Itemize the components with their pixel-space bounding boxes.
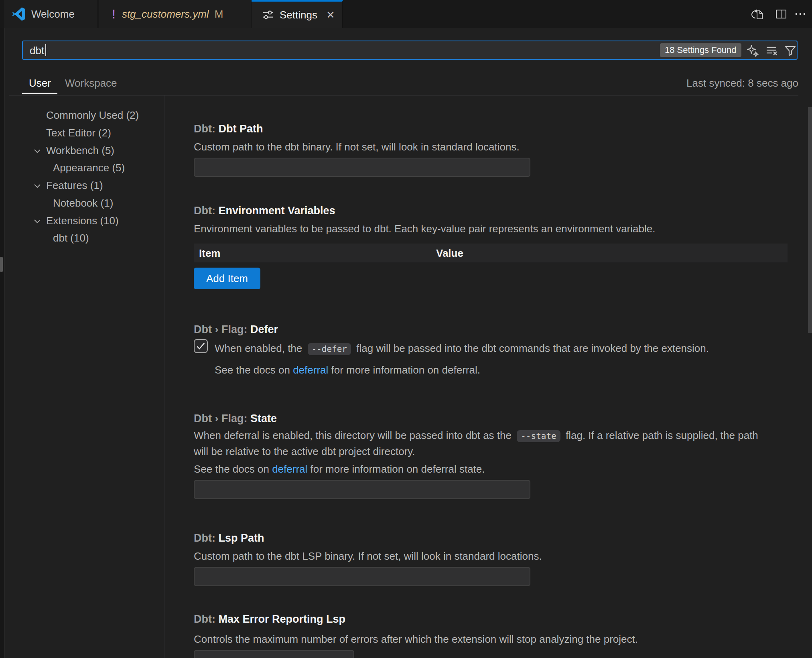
lsp-path-input[interactable] [194, 567, 530, 586]
setting-name: Dbt Path [218, 123, 263, 135]
window-left-edge-line [4, 0, 5, 658]
state-description: When deferral is enabled, this directory… [194, 428, 758, 459]
setting-category: Dbt › Flag: [194, 323, 250, 335]
setting-title-max-error: Dbt: Max Error Reporting Lsp [194, 613, 345, 626]
window-left-edge [0, 0, 4, 658]
setting-category: Dbt: [194, 123, 218, 135]
setting-name: State [250, 412, 277, 424]
settings-search-input[interactable]: dbt 18 Settings Found [22, 41, 798, 60]
dbt-path-input[interactable] [194, 158, 530, 177]
setting-desc-max-error: Controls the maximum number of errors af… [194, 632, 638, 647]
text-caret [45, 44, 46, 56]
deferral-doc-link[interactable]: deferral [293, 364, 328, 376]
deferral-doc-link[interactable]: deferral [272, 463, 307, 475]
setting-category: Dbt: [194, 532, 218, 544]
yaml-file-icon: ! [112, 7, 116, 22]
setting-title-dbt-path: Dbt: Dbt Path [194, 123, 263, 135]
search-value: dbt [30, 45, 44, 57]
scope-tab-workspace[interactable]: Workspace [65, 77, 117, 89]
state-input[interactable] [194, 480, 530, 499]
setting-name: Max Error Reporting Lsp [218, 613, 345, 625]
modified-badge: M [215, 8, 223, 20]
vscode-logo-icon [12, 7, 26, 21]
toc-item-features[interactable]: Features (1) [46, 179, 103, 192]
tab-stg-customers[interactable]: ! stg_customers.yml M [99, 0, 252, 28]
setting-category: Dbt: [194, 205, 218, 217]
tab-stg-label: stg_customers.yml [122, 8, 209, 20]
toc-item-dbt[interactable]: dbt (10) [53, 232, 89, 244]
toc-item-notebook[interactable]: Notebook (1) [53, 197, 113, 209]
header-divider [9, 95, 798, 95]
scope-tab-user[interactable]: User [29, 77, 51, 89]
toc-item-appearance[interactable]: Appearance (5) [53, 162, 125, 174]
last-synced-label: Last synced: 8 secs ago [686, 77, 798, 89]
setting-desc-lsp-path: Custom path to the dbt LSP binary. If no… [194, 548, 542, 564]
setting-name: Environment Variables [218, 205, 335, 217]
defer-checkbox[interactable] [194, 339, 208, 353]
chevron-down-icon[interactable] [33, 217, 42, 225]
setting-desc-dbt-path: Custom path to the dbt binary. If not se… [194, 139, 520, 154]
tab-welcome[interactable]: Welcome [4, 0, 98, 28]
setting-name: Lsp Path [218, 532, 264, 544]
clear-search-icon[interactable] [765, 44, 778, 57]
toc-divider [164, 95, 164, 658]
ai-search-sparkle-icon[interactable] [746, 44, 759, 57]
chevron-down-icon[interactable] [33, 181, 42, 190]
toc-item-commonly-used[interactable]: Commonly Used (2) [46, 109, 139, 122]
add-item-button[interactable]: Add Item [194, 268, 260, 289]
column-header-item: Item [199, 247, 220, 260]
open-changes-icon[interactable] [751, 8, 764, 20]
split-editor-icon[interactable] [775, 8, 788, 20]
check-icon [195, 341, 206, 351]
toc-item-text-editor[interactable]: Text Editor (2) [46, 127, 111, 139]
tab-welcome-label: Welcome [31, 8, 75, 20]
setting-name: Defer [250, 323, 278, 335]
defer-description: When enabled, the --defer flag will be p… [215, 341, 709, 357]
chevron-down-icon[interactable] [33, 146, 42, 155]
setting-title-state: Dbt › Flag: State [194, 412, 277, 425]
env-vars-table-header: Item Value [194, 244, 788, 262]
vertical-scrollbar[interactable] [808, 107, 812, 333]
column-header-value: Value [436, 247, 463, 260]
setting-category: Dbt › Flag: [194, 412, 250, 424]
active-scope-underline [22, 93, 57, 94]
settings-editor: Welcome ! stg_customers.yml M Settings ✕ [0, 0, 812, 658]
settings-sliders-icon [262, 9, 274, 21]
tab-settings[interactable]: Settings ✕ [252, 0, 343, 28]
defer-doc-link-line: See the docs on deferral for more inform… [215, 362, 480, 378]
close-icon[interactable]: ✕ [326, 9, 335, 21]
editor-tab-bar: Welcome ! stg_customers.yml M Settings ✕ [0, 0, 812, 28]
filter-icon[interactable] [784, 44, 797, 57]
more-actions-icon[interactable] [794, 8, 807, 20]
results-count-badge: 18 Settings Found [660, 43, 741, 57]
tab-settings-label: Settings [280, 9, 317, 21]
state-doc-link-line: See the docs on deferral for more inform… [194, 461, 485, 477]
setting-title-env-vars: Dbt: Environment Variables [194, 205, 335, 217]
setting-title-lsp-path: Dbt: Lsp Path [194, 532, 264, 544]
setting-desc-env-vars: Environment variables to be passed to db… [194, 221, 655, 236]
toc-item-workbench[interactable]: Workbench (5) [46, 144, 114, 157]
max-error-input[interactable] [194, 650, 354, 658]
toc-item-extensions[interactable]: Extensions (10) [46, 215, 119, 227]
sash-handle[interactable] [0, 257, 3, 272]
setting-category: Dbt: [194, 613, 218, 625]
setting-title-defer: Dbt › Flag: Defer [194, 323, 278, 336]
